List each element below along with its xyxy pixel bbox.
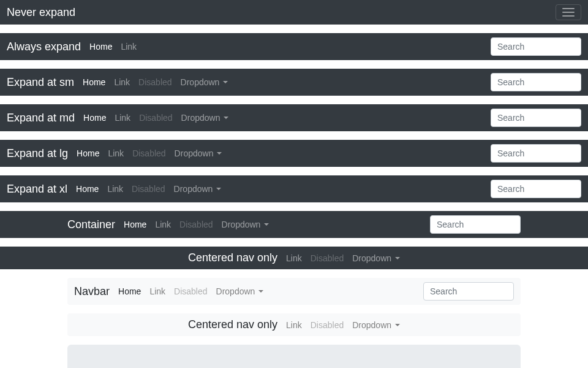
nav-list: Home Link Disabled Dropdown [118, 286, 423, 296]
navbar-always-expand: Always expand Home Link [0, 33, 588, 60]
nav-link[interactable]: Link [107, 184, 123, 194]
brand[interactable]: Expand at md [7, 112, 75, 125]
search-input[interactable] [430, 215, 521, 234]
search-input[interactable] [423, 282, 514, 301]
nav-link[interactable]: Link [155, 220, 171, 229]
hamburger-icon [562, 8, 575, 9]
nav-list: Home Link [89, 42, 491, 52]
nav-home[interactable]: Home [118, 286, 141, 296]
nav-list: Link Disabled Dropdown [286, 320, 400, 330]
chevron-down-icon [224, 117, 228, 119]
brand[interactable]: Expand at xl [7, 183, 67, 196]
nav-disabled: Disabled [311, 253, 344, 263]
nav-home[interactable]: Home [89, 42, 112, 52]
navbar-expand-xl: Expand at xl Home Link Disabled Dropdown [0, 175, 588, 202]
brand[interactable]: Expand at sm [7, 76, 74, 89]
nav-link[interactable]: Link [115, 113, 130, 123]
nav-dropdown[interactable]: Dropdown [216, 286, 264, 296]
navbar-never-expand: Never expand [0, 0, 588, 25]
nav-dropdown[interactable]: Dropdown [181, 77, 228, 87]
nav-disabled: Disabled [132, 184, 165, 194]
navbar-centered-light: Centered nav only Link Disabled Dropdown [67, 313, 521, 336]
nav-link[interactable]: Link [286, 253, 302, 263]
brand[interactable]: Navbar [74, 285, 110, 298]
nav-disabled: Disabled [179, 220, 213, 229]
chevron-down-icon [216, 188, 221, 190]
nav-home[interactable]: Home [124, 220, 146, 229]
brand[interactable]: Always expand [7, 40, 81, 53]
nav-link[interactable]: Link [286, 320, 302, 330]
chevron-down-icon [223, 81, 228, 83]
nav-disabled: Disabled [138, 77, 172, 87]
nav-disabled: Disabled [174, 286, 207, 296]
nav-disabled: Disabled [139, 113, 172, 123]
navbar-expand-lg: Expand at lg Home Link Disabled Dropdown [0, 140, 588, 167]
nav-list: Home Link Disabled Dropdown [83, 77, 491, 87]
nav-dropdown[interactable]: Dropdown [174, 184, 222, 194]
nav-link[interactable]: Link [121, 42, 137, 52]
chevron-down-icon [217, 152, 222, 155]
brand[interactable]: Expand at lg [7, 147, 68, 160]
brand[interactable]: Never expand [7, 6, 75, 19]
nav-home[interactable]: Home [77, 148, 99, 158]
navbar-container: Container Home Link Disabled Dropdown [0, 211, 588, 238]
nav-dropdown[interactable]: Dropdown [352, 320, 400, 330]
nav-list: Home Link Disabled Dropdown [83, 113, 491, 123]
nav-disabled: Disabled [132, 148, 165, 158]
nav-link[interactable]: Link [114, 77, 130, 87]
nav-link[interactable]: Link [149, 286, 165, 296]
navbar-expand-sm: Expand at sm Home Link Disabled Dropdown [0, 69, 588, 96]
search-input[interactable] [491, 180, 581, 198]
navbar-centered-dark: Centered nav only Link Disabled Dropdown [0, 247, 588, 269]
search-input[interactable] [491, 73, 581, 91]
nav-home[interactable]: Home [76, 184, 99, 194]
nav-home[interactable]: Home [83, 77, 105, 87]
chevron-down-icon [258, 290, 263, 293]
search-input[interactable] [491, 109, 581, 127]
chevron-down-icon [264, 223, 269, 226]
search-input[interactable] [491, 144, 581, 163]
navbar-light: Navbar Home Link Disabled Dropdown [67, 278, 521, 305]
nav-list: Home Link Disabled Dropdown [76, 184, 491, 194]
nav-disabled: Disabled [311, 320, 344, 330]
nav-list: Link Disabled Dropdown [286, 253, 400, 263]
brand[interactable]: Centered nav only [188, 251, 277, 264]
navbar-expand-md: Expand at md Home Link Disabled Dropdown [0, 104, 588, 131]
search-input[interactable] [491, 37, 581, 56]
brand[interactable]: Centered nav only [188, 318, 277, 331]
nav-dropdown[interactable]: Dropdown [181, 113, 229, 123]
nav-list: Home Link Disabled Dropdown [124, 220, 430, 229]
nav-list: Home Link Disabled Dropdown [77, 148, 491, 158]
nav-dropdown[interactable]: Dropdown [175, 148, 222, 158]
nav-link[interactable]: Link [108, 148, 124, 158]
chevron-down-icon [395, 257, 400, 259]
nav-dropdown[interactable]: Dropdown [222, 220, 270, 229]
nav-home[interactable]: Home [83, 113, 106, 123]
nav-dropdown[interactable]: Dropdown [352, 253, 400, 263]
hamburger-toggler[interactable] [556, 4, 581, 20]
jumbotron: Navbar examples This example is a quick … [67, 345, 521, 368]
brand[interactable]: Container [67, 218, 115, 231]
chevron-down-icon [395, 324, 400, 326]
